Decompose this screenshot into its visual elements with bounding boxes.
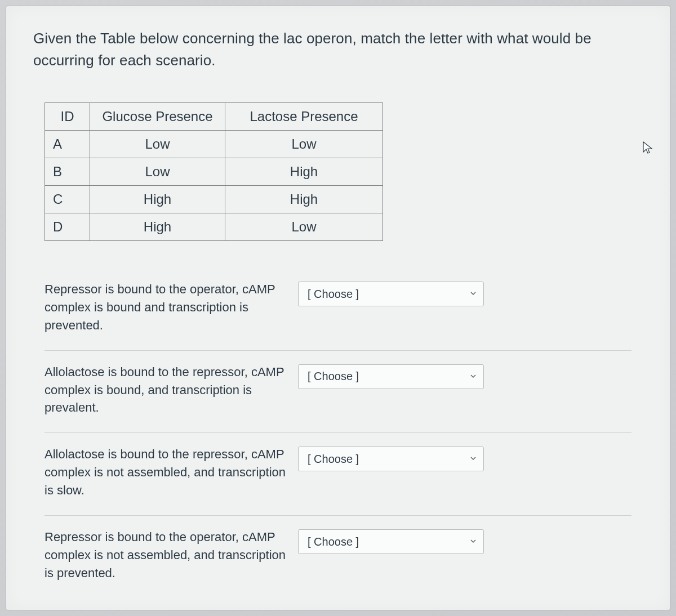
chevron-down-icon — [470, 289, 477, 298]
cell-lactose: High — [225, 186, 383, 213]
statement-text: Allolactose is bound to the repressor, c… — [45, 445, 287, 499]
table-row: A Low Low — [45, 131, 383, 158]
select-placeholder: [ Choose ] — [308, 453, 359, 466]
header-id: ID — [45, 103, 90, 131]
match-row: Allolactose is bound to the repressor, c… — [45, 350, 631, 433]
scenario-table: ID Glucose Presence Lactose Presence A L… — [45, 102, 383, 241]
cursor-icon — [641, 141, 655, 154]
question-card: Given the Table below concerning the lac… — [6, 6, 670, 610]
statement-text: Repressor is bound to the operator, cAMP… — [45, 528, 287, 582]
answer-select[interactable]: [ Choose ] — [298, 364, 484, 389]
cell-glucose: Low — [90, 158, 225, 186]
cell-id: A — [45, 131, 90, 158]
cell-id: B — [45, 158, 90, 186]
match-list: Repressor is bound to the operator, cAMP… — [45, 280, 631, 598]
table-row: D High Low — [45, 213, 383, 241]
header-glucose: Glucose Presence — [90, 103, 225, 131]
select-placeholder: [ Choose ] — [308, 535, 359, 548]
table-row: C High High — [45, 186, 383, 213]
chevron-down-icon — [470, 372, 477, 381]
cell-id: C — [45, 186, 90, 213]
question-prompt: Given the Table below concerning the lac… — [33, 28, 643, 72]
header-lactose: Lactose Presence — [225, 103, 383, 131]
match-row: Repressor is bound to the operator, cAMP… — [45, 515, 631, 598]
answer-select[interactable]: [ Choose ] — [298, 529, 484, 554]
table-row: B Low High — [45, 158, 383, 186]
table-header-row: ID Glucose Presence Lactose Presence — [45, 103, 383, 131]
answer-select[interactable]: [ Choose ] — [298, 447, 484, 471]
cell-lactose: High — [225, 158, 383, 186]
statement-text: Allolactose is bound to the repressor, c… — [45, 363, 287, 417]
cell-glucose: High — [90, 213, 225, 241]
chevron-down-icon — [470, 537, 477, 546]
match-row: Allolactose is bound to the repressor, c… — [45, 432, 631, 515]
statement-text: Repressor is bound to the operator, cAMP… — [45, 280, 287, 334]
chevron-down-icon — [470, 454, 477, 463]
cell-glucose: High — [90, 186, 225, 213]
select-placeholder: [ Choose ] — [308, 288, 359, 301]
match-row: Repressor is bound to the operator, cAMP… — [45, 280, 631, 350]
select-placeholder: [ Choose ] — [308, 370, 359, 383]
cell-lactose: Low — [225, 213, 383, 241]
cell-glucose: Low — [90, 131, 225, 158]
answer-select[interactable]: [ Choose ] — [298, 282, 484, 306]
cell-lactose: Low — [225, 131, 383, 158]
cell-id: D — [45, 213, 90, 241]
